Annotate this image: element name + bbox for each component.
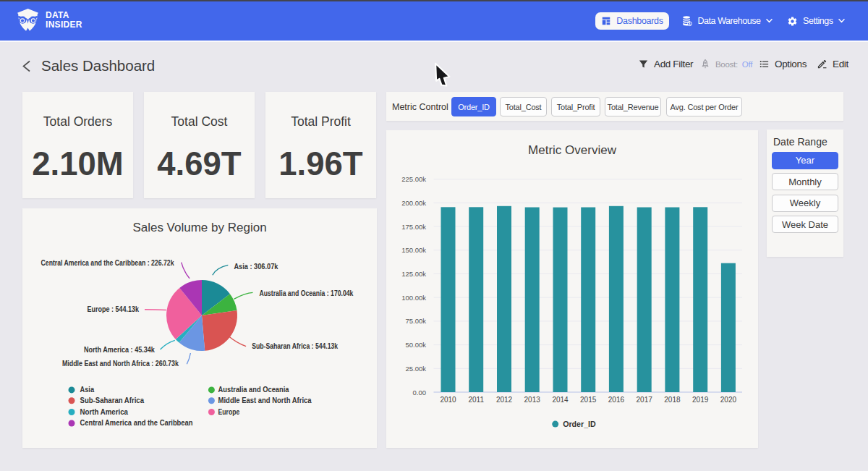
- svg-text:Europe : 544.13k: Europe : 544.13k: [87, 305, 139, 313]
- svg-text:0.00: 0.00: [413, 389, 427, 396]
- svg-text:Central America and the Caribb: Central America and the Caribbean : 226.…: [41, 258, 174, 267]
- svg-text:Sub-Saharan Africa: Sub-Saharan Africa: [80, 396, 145, 404]
- svg-text:125.00k: 125.00k: [401, 270, 426, 278]
- svg-text:2020: 2020: [720, 396, 737, 404]
- svg-text:225.00k: 225.00k: [401, 175, 426, 183]
- svg-text:2019: 2019: [692, 396, 709, 404]
- svg-text:2018: 2018: [664, 396, 681, 404]
- svg-text:North America: North America: [80, 408, 129, 416]
- svg-text:175.00k: 175.00k: [401, 223, 426, 231]
- svg-text:100.00k: 100.00k: [401, 294, 426, 302]
- svg-text:2010: 2010: [440, 396, 456, 404]
- svg-text:Australia and Oceania: Australia and Oceania: [218, 386, 289, 394]
- svg-text:2015: 2015: [580, 396, 597, 404]
- svg-text:Asia: Asia: [80, 386, 95, 394]
- svg-text:Central America and the Caribb: Central America and the Caribbean: [80, 419, 193, 427]
- svg-text:Asia : 306.07k: Asia : 306.07k: [234, 262, 278, 271]
- svg-text:150.00k: 150.00k: [401, 246, 426, 254]
- svg-text:50.00k: 50.00k: [405, 341, 426, 349]
- svg-text:2017: 2017: [637, 396, 653, 404]
- svg-text:2014: 2014: [552, 396, 569, 404]
- svg-text:2016: 2016: [608, 396, 625, 404]
- svg-text:75.00k: 75.00k: [405, 317, 426, 325]
- svg-text:Middle East and North Africa :: Middle East and North Africa : 260.73k: [62, 359, 179, 368]
- svg-text:200.00k: 200.00k: [401, 199, 426, 207]
- svg-text:Middle East and North Africa: Middle East and North Africa: [218, 396, 312, 404]
- svg-text:2011: 2011: [468, 396, 484, 404]
- svg-text:Sub-Saharan Africa : 544.13k: Sub-Saharan Africa : 544.13k: [252, 341, 338, 350]
- svg-text:North America : 45.34k: North America : 45.34k: [84, 345, 155, 354]
- svg-text:2012: 2012: [496, 396, 513, 404]
- svg-text:Europe: Europe: [218, 408, 240, 416]
- svg-text:Australia and Oceania : 170.04: Australia and Oceania : 170.04k: [259, 289, 353, 297]
- svg-text:25.00k: 25.00k: [405, 365, 426, 373]
- svg-text:2013: 2013: [524, 396, 541, 404]
- svg-text:Order_ID: Order_ID: [563, 420, 596, 428]
